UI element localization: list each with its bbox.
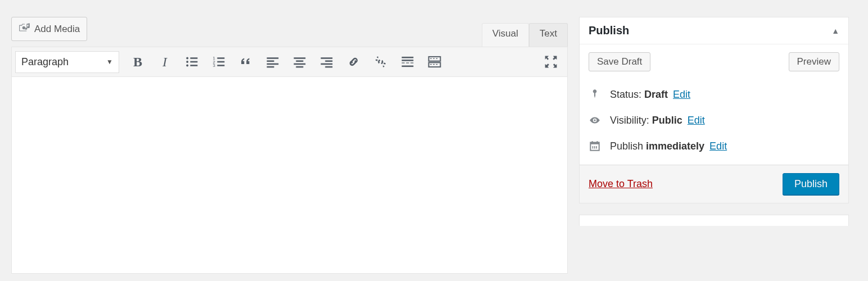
fullscreen-icon — [544, 55, 558, 69]
svg-rect-30 — [429, 57, 441, 61]
svg-text:3: 3 — [213, 63, 215, 68]
sidebar-column: Publish ▲ Save Draft Preview Status: Dra… — [579, 17, 849, 274]
svg-rect-17 — [296, 60, 304, 62]
italic-icon: I — [162, 55, 167, 70]
svg-rect-27 — [406, 62, 409, 63]
svg-rect-19 — [296, 66, 304, 68]
bold-icon: B — [133, 55, 142, 70]
eye-icon — [589, 114, 601, 126]
edit-schedule-link[interactable]: Edit — [709, 140, 727, 152]
move-to-trash-link[interactable]: Move to Trash — [589, 178, 653, 190]
toolbar-toggle-button[interactable] — [422, 51, 447, 73]
preview-button[interactable]: Preview — [789, 52, 839, 71]
numbered-list-button[interactable]: 123 — [206, 51, 232, 73]
publish-box: Publish ▲ Save Draft Preview Status: Dra… — [579, 17, 849, 203]
svg-rect-28 — [410, 62, 413, 63]
edit-status-link[interactable]: Edit — [673, 89, 690, 100]
bulleted-list-button[interactable] — [179, 51, 205, 73]
camera-music-icon — [19, 21, 31, 37]
svg-point-4 — [186, 65, 188, 67]
align-center-icon — [292, 55, 307, 69]
svg-rect-11 — [217, 65, 224, 66]
svg-rect-40 — [592, 141, 593, 143]
publish-actions: Move to Trash Publish — [580, 165, 848, 203]
svg-rect-29 — [402, 66, 414, 67]
visibility-value: Public — [652, 115, 682, 126]
svg-point-0 — [186, 57, 188, 60]
schedule-value: immediately — [646, 140, 704, 152]
visibility-label: Visibility: — [610, 115, 652, 126]
svg-rect-32 — [433, 58, 435, 59]
fullscreen-button[interactable] — [538, 51, 564, 73]
publish-box-body: Save Draft Preview Status: Draft Edit — [580, 44, 848, 165]
tab-text[interactable]: Text — [529, 23, 568, 47]
schedule-label: Publish — [610, 140, 646, 152]
svg-point-2 — [186, 61, 188, 63]
svg-rect-33 — [436, 58, 438, 59]
link-icon — [346, 55, 361, 69]
publish-box-header[interactable]: Publish ▲ — [580, 17, 848, 44]
align-right-button[interactable] — [314, 51, 340, 73]
svg-rect-37 — [436, 64, 438, 65]
status-label: Status: — [610, 89, 644, 100]
svg-rect-26 — [402, 62, 405, 63]
format-select[interactable]: Paragraph ▼ — [15, 51, 119, 73]
align-center-button[interactable] — [287, 51, 313, 73]
svg-rect-5 — [190, 65, 197, 66]
svg-rect-14 — [267, 64, 279, 65]
align-left-button[interactable] — [260, 51, 286, 73]
svg-rect-36 — [433, 64, 435, 65]
svg-rect-25 — [402, 60, 414, 61]
svg-rect-16 — [294, 57, 306, 59]
svg-rect-20 — [321, 57, 333, 59]
unlink-icon — [373, 55, 388, 69]
list-ol-icon: 123 — [211, 55, 226, 69]
blockquote-button[interactable] — [233, 51, 259, 73]
status-row: Status: Draft Edit — [589, 81, 839, 107]
format-select-label: Paragraph — [21, 56, 69, 68]
align-left-icon — [265, 55, 280, 69]
publish-box-title: Publish — [589, 24, 629, 37]
status-value: Draft — [644, 89, 668, 100]
schedule-row: Publish immediately Edit — [589, 133, 839, 159]
svg-rect-21 — [325, 60, 332, 62]
next-box — [579, 215, 849, 226]
svg-rect-44 — [596, 146, 597, 148]
tab-visual[interactable]: Visual — [482, 23, 529, 47]
svg-rect-35 — [430, 64, 432, 65]
svg-rect-31 — [430, 58, 432, 59]
publish-button[interactable]: Publish — [783, 173, 839, 195]
editor-toolbar: Paragraph ▼ B I 123 — [11, 47, 568, 77]
list-ul-icon — [184, 55, 199, 69]
link-button[interactable] — [341, 51, 367, 73]
more-icon — [400, 55, 415, 69]
svg-rect-43 — [594, 146, 595, 148]
svg-rect-18 — [294, 64, 306, 65]
svg-rect-23 — [325, 66, 332, 68]
editor-content-area[interactable] — [11, 77, 568, 274]
svg-rect-1 — [190, 57, 197, 59]
caret-down-icon: ▼ — [106, 58, 113, 66]
align-right-icon — [319, 55, 334, 69]
svg-rect-24 — [402, 57, 414, 58]
add-media-button[interactable]: Add Media — [11, 17, 87, 41]
visibility-row: Visibility: Public Edit — [589, 107, 839, 133]
read-more-button[interactable] — [395, 51, 421, 73]
svg-rect-7 — [217, 57, 224, 59]
calendar-icon — [589, 140, 601, 152]
svg-rect-15 — [267, 66, 274, 68]
chevron-up-icon: ▲ — [831, 26, 839, 35]
keyboard-icon — [427, 55, 442, 69]
save-draft-button[interactable]: Save Draft — [589, 52, 650, 71]
bold-button[interactable]: B — [125, 51, 151, 73]
svg-rect-41 — [596, 141, 598, 143]
pin-icon — [589, 88, 601, 101]
svg-rect-22 — [321, 64, 333, 65]
svg-rect-42 — [593, 146, 594, 148]
svg-rect-12 — [267, 57, 279, 59]
edit-visibility-link[interactable]: Edit — [688, 115, 705, 126]
italic-button[interactable]: I — [152, 51, 178, 73]
editor-column: Add Media Visual Text Paragraph ▼ B I 12… — [11, 17, 568, 274]
unlink-button[interactable] — [368, 51, 394, 73]
editor-tabs: Visual Text — [11, 23, 568, 47]
